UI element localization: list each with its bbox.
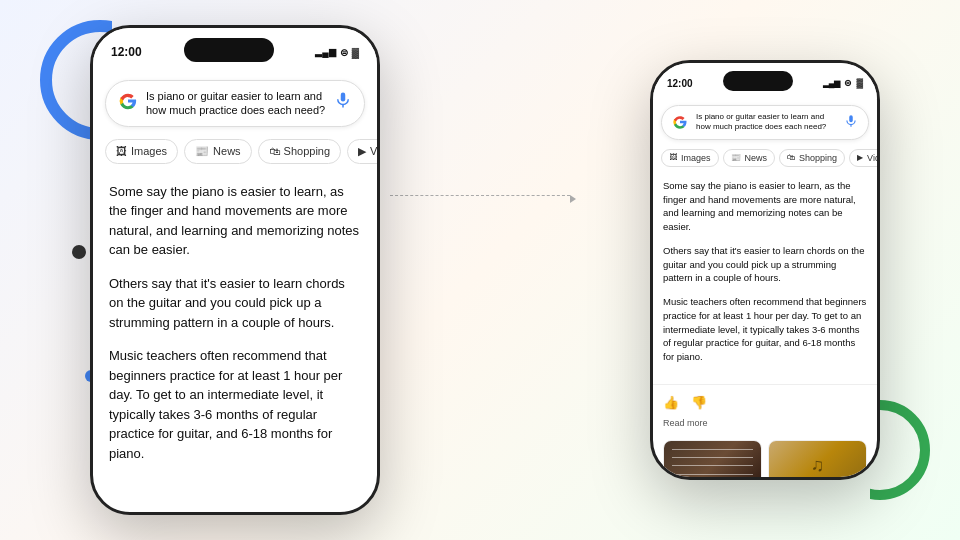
news-label-left: News — [213, 145, 241, 157]
string-4 — [672, 474, 753, 475]
tab-shopping-left[interactable]: 🛍 Shopping — [258, 139, 342, 164]
mic-icon-right[interactable] — [844, 114, 858, 128]
string-1 — [672, 449, 753, 450]
para2-right: Others say that it's easier to learn cho… — [663, 244, 867, 285]
tab-images-left[interactable]: 🖼 Images — [105, 139, 178, 164]
images-icon-right: 🖼 — [669, 153, 677, 162]
tab-video-left[interactable]: ▶ Vide... — [347, 139, 377, 164]
para2-left: Others say that it's easier to learn cho… — [109, 274, 361, 333]
tab-shopping-right[interactable]: 🛍 Shopping — [779, 149, 845, 167]
divider-right — [653, 384, 877, 385]
source-cards: Mussila What's Easier to Learn Piano or … — [653, 434, 877, 480]
images-icon-left: 🖼 — [116, 145, 127, 157]
content-left: Some say the piano is easier to learn, a… — [93, 172, 377, 488]
read-more-link[interactable]: Read more — [653, 416, 877, 434]
search-bar-right[interactable]: Is piano or guitar easier to learn and h… — [661, 105, 869, 140]
search-query-right: Is piano or guitar easier to learn and h… — [696, 112, 836, 133]
deco-dot-1 — [72, 245, 86, 259]
wifi-icon-right: ⊜ — [844, 78, 852, 88]
images-label-left: Images — [131, 145, 167, 157]
tab-news-right[interactable]: 📰 News — [723, 149, 776, 167]
search-bar-left[interactable]: Is piano or guitar easier to learn and h… — [105, 80, 365, 127]
para3-right: Music teachers often recommend that begi… — [663, 295, 867, 364]
thumbs-down-icon[interactable]: 👎 — [691, 395, 707, 410]
connecting-line — [390, 195, 570, 196]
time-left: 12:00 — [111, 45, 142, 59]
status-bar-right: 12:00 ▂▄▆ ⊜ ▓ — [653, 63, 877, 99]
para1-left: Some say the piano is easier to learn, a… — [109, 182, 361, 260]
shopping-label-right: Shopping — [799, 153, 837, 163]
mic-icon-left[interactable] — [334, 91, 352, 109]
battery-icon-left: ▓ — [352, 47, 359, 58]
string-2 — [672, 457, 753, 458]
tab-news-left[interactable]: 📰 News — [184, 139, 252, 164]
connecting-arrow — [570, 195, 576, 203]
thumbs-up-icon[interactable]: 👍 — [663, 395, 679, 410]
tab-images-right[interactable]: 🖼 Images — [661, 149, 719, 167]
google-logo-right — [672, 114, 688, 130]
video-label-right: Vid... — [867, 153, 877, 163]
dynamic-island-left — [184, 38, 274, 62]
search-query-left: Is piano or guitar easier to learn and h… — [146, 89, 326, 118]
news-label-right: News — [745, 153, 768, 163]
para3-left: Music teachers often recommend that begi… — [109, 346, 361, 463]
status-bar-left: 12:00 ▂▄▆ ⊜ ▓ — [93, 28, 377, 72]
shopping-label-left: Shopping — [284, 145, 331, 157]
video-label-left: Vide... — [370, 145, 377, 157]
source-card-img-2: ♫ — [769, 441, 866, 480]
thumbs-area: 👍 👎 — [653, 389, 877, 416]
source-card-quora[interactable]: ♫ Q Quora Which is more playing piano pl… — [768, 440, 867, 480]
para1-right: Some say the piano is easier to learn, a… — [663, 179, 867, 234]
shopping-icon-right: 🛍 — [787, 153, 795, 162]
svg-rect-3 — [849, 115, 853, 122]
filter-tabs-left: 🖼 Images 📰 News 🛍 Shopping ▶ Vide... — [93, 135, 377, 172]
status-icons-right: ▂▄▆ ⊜ ▓ — [823, 78, 863, 88]
tab-video-right[interactable]: ▶ Vid... — [849, 149, 877, 167]
source-card-mussila[interactable]: Mussila What's Easier to Learn Piano or … — [663, 440, 762, 480]
google-logo-left — [118, 91, 138, 111]
guitar-strings — [664, 441, 761, 480]
string-3 — [672, 465, 753, 466]
news-icon-right: 📰 — [731, 153, 741, 162]
quora-bg-icon: ♫ — [811, 455, 825, 476]
source-card-img-1 — [664, 441, 761, 480]
video-icon-left: ▶ — [358, 145, 366, 158]
filter-tabs-right: 🖼 Images 📰 News 🛍 Shopping ▶ Vid... — [653, 146, 877, 173]
time-right: 12:00 — [667, 78, 693, 89]
dynamic-island-right — [723, 71, 793, 91]
images-label-right: Images — [681, 153, 711, 163]
status-icons-left: ▂▄▆ ⊜ ▓ — [315, 47, 359, 58]
phone-right: 12:00 ▂▄▆ ⊜ ▓ Is piano or guitar easier … — [650, 60, 880, 480]
battery-icon-right: ▓ — [856, 78, 863, 88]
signal-icon-left: ▂▄▆ — [315, 47, 335, 57]
wifi-icon-left: ⊜ — [340, 47, 348, 58]
video-icon-right: ▶ — [857, 153, 863, 162]
phone-left: 12:00 ▂▄▆ ⊜ ▓ Is piano or guitar easier … — [90, 25, 380, 515]
news-icon-left: 📰 — [195, 145, 209, 158]
content-right: Some say the piano is easier to learn, a… — [653, 173, 877, 380]
background: 12:00 ▂▄▆ ⊜ ▓ Is piano or guitar easier … — [0, 0, 960, 540]
signal-icon-right: ▂▄▆ — [823, 79, 841, 88]
shopping-icon-left: 🛍 — [269, 145, 280, 157]
svg-rect-1 — [341, 93, 346, 102]
